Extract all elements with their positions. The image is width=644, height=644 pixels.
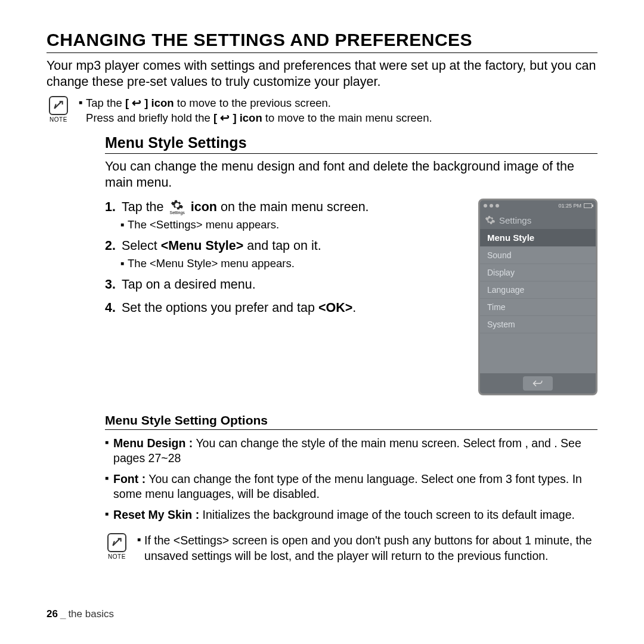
battery-icon [584,203,592,208]
device-menu-item[interactable]: Language [480,281,596,299]
note-text: ■ Tap the [ ↩ ] icon to move to the prev… [79,96,432,126]
device-menu-item[interactable]: Display [480,264,596,281]
steps-list: 1. Tap the Settings icon on the main men… [105,199,460,395]
step-3: 3. Tap on a desired menu. [105,276,460,293]
intro-paragraph: Your mp3 player comes with settings and … [47,58,597,90]
device-menu-item[interactable]: Sound [480,247,596,264]
step-1: 1. Tap the Settings icon on the main men… [105,199,460,231]
section-intro: You can change the menu design and font … [105,159,597,191]
step-4: 4. Set the options you prefer and tap <O… [105,299,460,317]
device-clock: 01:25 PM [558,203,581,209]
step-2: 2. Select <Menu Style> and tap on it. ■T… [105,237,460,270]
note-block-top: NOTE ■ Tap the [ ↩ ] icon to move to the… [47,96,597,126]
back-button[interactable] [523,376,553,391]
option-item: ■Menu Design : You can change the style … [105,436,597,466]
device-menu-item[interactable]: Time [480,299,596,316]
note-icon: NOTE [47,96,70,123]
section-heading: Menu Style Settings [105,134,597,154]
gear-icon: Settings [170,199,185,215]
option-item: ■Font : You can change the font type of … [105,472,597,501]
device-menu-list: Menu StyleSoundDisplayLanguageTimeSystem [480,229,596,373]
options-list: ■Menu Design : You can change the style … [105,436,597,522]
options-heading: Menu Style Setting Options [105,413,597,430]
option-item: ■Reset My Skin : Initializes the backgro… [105,507,597,522]
gear-icon [485,215,496,225]
page-title: CHANGING THE SETTINGS AND PREFERENCES [47,30,597,53]
note-block-bottom: NOTE ■If the <Settings> screen is open a… [105,533,597,564]
device-menu-item[interactable]: System [480,316,596,333]
device-status-bar: 01:25 PM [480,200,596,211]
note-icon: NOTE [105,533,129,560]
device-title-bar: Settings [480,211,596,229]
device-mockup: 01:25 PM Settings Menu StyleSoundDisplay… [478,199,597,395]
page-footer: 26_the basics [47,608,114,620]
device-menu-item[interactable]: Menu Style [480,229,596,247]
note-label: NOTE [49,116,67,123]
